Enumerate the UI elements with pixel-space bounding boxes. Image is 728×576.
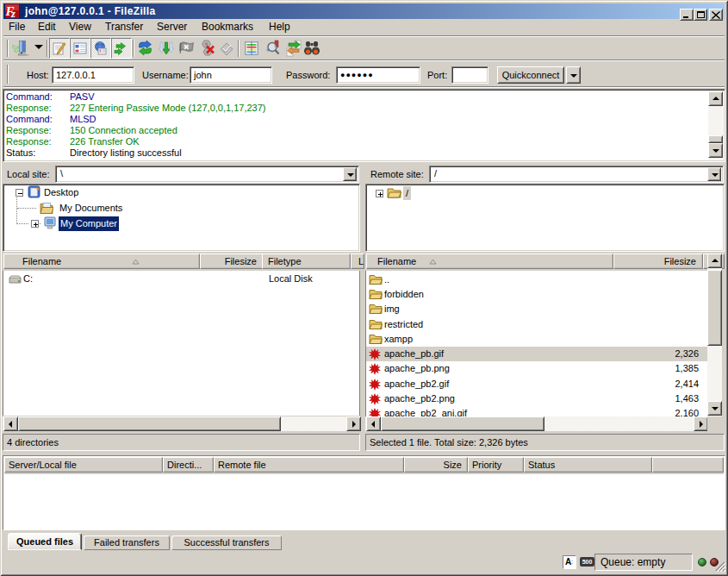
svg-text:z: z	[10, 8, 16, 18]
